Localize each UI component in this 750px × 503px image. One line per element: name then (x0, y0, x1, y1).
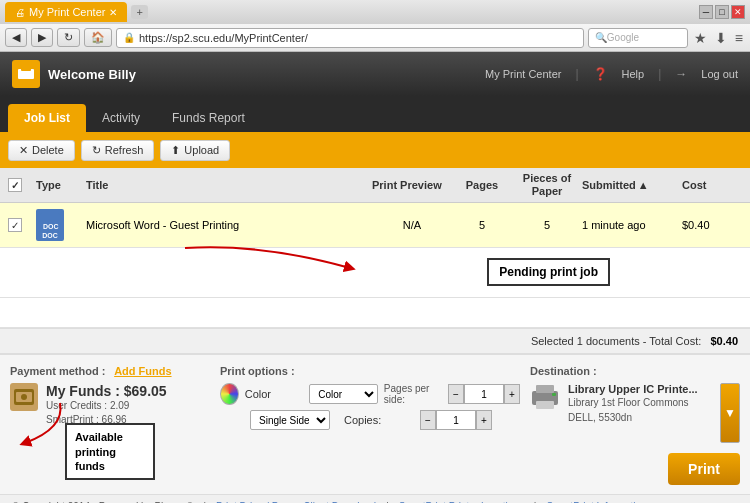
printer-icon (530, 383, 560, 411)
table-container: Type Title Print Preview Pages Pieces of… (0, 168, 750, 328)
url-bar[interactable]: 🔒 https://sp2.scu.edu/MyPrintCenter/ (116, 28, 584, 48)
minimize-button[interactable]: ─ (699, 5, 713, 19)
col-pages: Pages (452, 179, 512, 191)
maximize-button[interactable]: □ (715, 5, 729, 19)
browser-tab[interactable]: 🖨 My Print Center ✕ (5, 2, 127, 22)
header-logout-link[interactable]: Log out (701, 68, 738, 80)
delete-button[interactable]: ✕ Delete (8, 140, 75, 161)
tab-funds-report[interactable]: Funds Report (156, 104, 261, 132)
footer: © Copyright 2014 - Powered by Pharos® | … (0, 494, 750, 503)
copies-label: Copies: (344, 414, 414, 426)
copies-decrement-button[interactable]: − (420, 410, 436, 430)
col-pieces-of-paper: Pieces of Paper (512, 172, 582, 198)
svg-rect-11 (536, 401, 554, 409)
copies-spin: − + (420, 410, 492, 430)
available-funds-annotation: Available printing funds (65, 423, 155, 480)
app-logo-icon (12, 60, 40, 88)
browser-chrome: 🖨 My Print Center ✕ + ─ □ ✕ ◀ ▶ ↻ 🏠 🔒 ht… (0, 0, 750, 52)
summary-cost: $0.40 (710, 335, 738, 347)
refresh-nav-button[interactable]: ↻ (57, 28, 80, 47)
tab-activity[interactable]: Activity (86, 104, 156, 132)
row-print-preview: N/A (372, 219, 452, 231)
url-text: https://sp2.scu.edu/MyPrintCenter/ (139, 32, 308, 44)
bottom-panels: Payment method : Add Funds My Funds : $6… (0, 354, 750, 494)
printer-dropdown-button[interactable]: ▼ (720, 383, 740, 443)
destination-label: Destination : (530, 365, 740, 377)
printer-location: Library 1st Floor Commons (568, 395, 698, 410)
sided-select[interactable]: Single Sided (250, 410, 330, 430)
color-select[interactable]: Color (309, 384, 378, 404)
pending-arrow-svg (180, 238, 380, 293)
svg-rect-1 (21, 67, 31, 71)
col-print-preview: Print Preview (372, 179, 452, 192)
help-icon: ❓ (593, 67, 608, 81)
row-pages: 5 (452, 219, 512, 231)
summary-text: Selected 1 documents - Total Cost: (531, 335, 701, 347)
header-nav: My Print Center | ❓ Help | → Log out (485, 67, 738, 81)
delete-icon: ✕ (19, 144, 28, 157)
home-button[interactable]: 🏠 (84, 28, 112, 47)
pages-per-side-input[interactable] (464, 384, 504, 404)
color-circle-icon (220, 383, 239, 405)
app-title: Welcome Billy (48, 67, 136, 82)
sort-arrow-icon: ▲ (638, 179, 649, 191)
refresh-button[interactable]: ↻ Refresh (81, 140, 155, 161)
pages-decrement-button[interactable]: − (448, 384, 464, 404)
download-icon[interactable]: ⬇ (713, 30, 729, 46)
header-my-print-center-link[interactable]: My Print Center (485, 68, 561, 80)
search-placeholder: Google (607, 32, 639, 43)
search-icon: 🔍 (595, 32, 607, 43)
tabs-bar: Job List Activity Funds Report (0, 96, 750, 132)
svg-text:DOC: DOC (43, 223, 59, 230)
funds-icon (10, 383, 38, 411)
payment-label: Payment method : (10, 365, 105, 377)
close-button[interactable]: ✕ (731, 5, 745, 19)
table-header: Type Title Print Preview Pages Pieces of… (0, 168, 750, 203)
search-bar[interactable]: 🔍 Google (588, 28, 688, 48)
new-tab-button[interactable]: + (131, 5, 147, 19)
col-type: Type (36, 179, 86, 191)
logout-icon: → (675, 67, 687, 81)
row-type-icon: DOC (36, 209, 86, 241)
pages-per-side-spin: − + (448, 384, 520, 404)
row-pieces-of-paper: 5 (512, 219, 582, 231)
col-submitted: Submitted ▲ (582, 179, 682, 191)
row-checkbox[interactable] (8, 218, 22, 232)
printer-info: Library Upper IC Printe... Library 1st F… (568, 383, 698, 425)
header-help-link[interactable]: Help (622, 68, 645, 80)
printer-model: DELL, 5530dn (568, 410, 698, 425)
menu-icon[interactable]: ≡ (733, 30, 745, 46)
back-button[interactable]: ◀ (5, 28, 27, 47)
add-funds-link[interactable]: Add Funds (114, 365, 171, 377)
my-funds-amount: $69.05 (124, 383, 167, 399)
refresh-icon: ↻ (92, 144, 101, 157)
upload-button[interactable]: ⬆ Upload (160, 140, 230, 161)
copies-increment-button[interactable]: + (476, 410, 492, 430)
print-options-label: Print options : (220, 365, 520, 377)
payment-panel: Payment method : Add Funds My Funds : $6… (10, 365, 210, 484)
tab-close-icon[interactable]: ✕ (109, 7, 117, 18)
upload-icon: ⬆ (171, 144, 180, 157)
printer-name: Library Upper IC Printe... (568, 383, 698, 395)
pending-annotation-box: Pending print job (487, 258, 610, 286)
col-cost: Cost (682, 179, 742, 191)
bookmark-icon[interactable]: ★ (692, 30, 709, 46)
pages-per-side-label: Pages per side: (384, 383, 442, 405)
row-title: Microsoft Word - Guest Printing (86, 219, 372, 231)
svg-rect-12 (552, 393, 556, 396)
forward-button[interactable]: ▶ (31, 28, 53, 47)
svg-rect-10 (536, 385, 554, 393)
summary-bar: Selected 1 documents - Total Cost: $0.40 (0, 328, 750, 354)
tab-favicon: 🖨 (15, 7, 25, 18)
tab-job-list[interactable]: Job List (8, 104, 86, 132)
copies-input[interactable] (436, 410, 476, 430)
col-title: Title (86, 179, 372, 191)
toolbar: ✕ Delete ↻ Refresh ⬆ Upload (0, 132, 750, 168)
row-submitted: 1 minute ago (582, 219, 682, 231)
print-options-panel: Print options : Color Color Pages per si… (220, 365, 520, 484)
svg-point-7 (21, 394, 27, 400)
pages-increment-button[interactable]: + (504, 384, 520, 404)
checkbox-all[interactable] (8, 178, 22, 192)
print-button[interactable]: Print (668, 453, 740, 485)
lock-icon: 🔒 (123, 32, 135, 43)
